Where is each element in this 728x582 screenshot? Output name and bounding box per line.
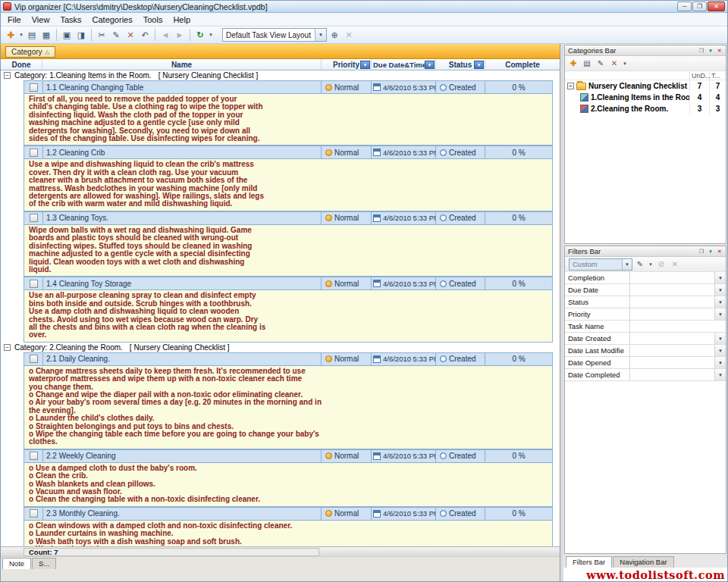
chevron-down-icon[interactable]: ▼ [714,296,726,308]
back-button[interactable]: ◄ [158,28,172,42]
categories-more-dropdown-icon[interactable]: ▼ [622,61,628,66]
print-preview-button[interactable]: ◨ [74,28,88,42]
task-row[interactable]: 1.2 Cleaning Crib Normal 4/6/2010 5:33 P… [24,146,553,159]
tree-row-category[interactable]: 2.Cleaning the Room. 3 3 [565,103,726,114]
chevron-down-icon[interactable]: ▼ [714,333,726,344]
task-name[interactable]: 1.4 Cleaning Toy Storage [43,277,322,289]
new-task-dropdown-icon[interactable]: ▼ [18,33,24,37]
status-filter-button[interactable]: ▼ [474,61,484,69]
filter-value[interactable] [630,296,714,308]
delete-filter-button[interactable]: ✕ [669,258,681,271]
filter-value[interactable] [630,284,714,296]
delete-category-button[interactable]: ✕ [608,58,620,70]
cut-button[interactable]: ✂ [95,28,108,42]
delete-task-button[interactable]: ✕ [124,28,137,42]
done-checkbox[interactable] [30,509,38,518]
menu-categories[interactable]: Categories [87,14,138,25]
close-button[interactable]: ✕ [708,2,725,11]
tree-row-checklist[interactable]: − Nursery Cleaning Checklist 7 7 [565,80,726,92]
done-checkbox[interactable] [30,149,38,157]
group-by-category-tab[interactable]: Category △ [5,46,55,58]
done-checkbox[interactable] [30,280,38,288]
task-name[interactable]: 2.1 Daily Cleaning. [43,353,322,365]
panel-close-icon[interactable]: ✕ [715,46,724,55]
task-row[interactable]: 1.4 Cleaning Toy Storage Normal 4/6/2010… [24,277,553,290]
due-filter-button[interactable]: ▼ [425,61,435,69]
collapse-tree-icon[interactable]: − [567,83,574,89]
view-panels-button[interactable]: ▦ [39,28,53,42]
column-header-status[interactable]: Status▼ [436,59,485,70]
task-row[interactable]: 2.3 Monthly Cleaning. Normal 4/6/2010 5:… [24,507,553,521]
task-name[interactable]: 1.3 Cleaning Toys. [43,212,322,224]
tab-s[interactable]: S... [32,558,56,569]
clear-view-button[interactable]: ✕ [342,28,356,42]
task-list-button[interactable]: ▤ [25,28,39,42]
sync-dropdown-icon[interactable]: ▼ [208,33,214,37]
chevron-down-icon[interactable]: ▼ [714,308,726,320]
undo-button[interactable]: ↶ [138,28,152,42]
chevron-down-icon[interactable]: ▼ [714,369,726,380]
collapse-group-icon[interactable]: − [4,344,11,351]
maximize-button[interactable]: ❐ [692,2,707,11]
menu-tools[interactable]: Tools [138,14,168,25]
task-name[interactable]: 2.2 Weekly Cleaning [43,450,322,462]
chevron-down-icon[interactable]: ▼ [714,272,726,283]
filter-value[interactable] [630,321,726,332]
filter-value[interactable] [630,308,714,320]
zoom-button[interactable]: ⊕ [328,28,341,42]
panel-pin-icon[interactable]: ▾ [706,247,715,255]
tab-navigation-bar[interactable]: Navigation Bar [613,556,673,568]
done-checkbox[interactable] [30,83,38,92]
filter-value[interactable] [630,333,714,344]
layout-combo[interactable]: Default Task View Layout ▼ [222,28,327,42]
edit-category-button[interactable]: ✎ [595,58,607,70]
chevron-down-icon[interactable]: ▼ [315,29,326,41]
chevron-down-icon[interactable]: ▼ [714,357,726,368]
column-header-priority[interactable]: Priority▼ [322,59,372,70]
filter-value[interactable] [630,369,714,380]
filter-value[interactable] [630,345,714,356]
task-name[interactable]: 1.1 Cleaning Changing Table [43,81,322,93]
column-header-name[interactable]: Name [42,59,322,70]
filter-value[interactable] [630,357,714,368]
filter-value[interactable] [630,272,714,283]
column-header-undone[interactable]: UnD... [689,72,709,80]
column-header-total[interactable]: T... [709,72,726,80]
minimize-button[interactable]: ─ [677,2,692,11]
task-name[interactable]: 2.3 Monthly Cleaning. [43,508,322,520]
panel-menu-icon[interactable]: ❐ [697,46,706,55]
filter-more-dropdown-icon[interactable]: ▼ [648,262,654,267]
print-button[interactable]: ▣ [60,28,74,42]
menu-help[interactable]: Help [168,14,196,25]
chevron-down-icon[interactable]: ▼ [714,284,726,296]
chevron-down-icon[interactable]: ▼ [622,259,632,270]
menu-file[interactable]: File [2,14,27,25]
edit-filter-button[interactable]: ✎ [634,258,646,271]
chevron-down-icon[interactable]: ▼ [714,345,726,356]
task-name[interactable]: 1.2 Cleaning Crib [43,146,322,158]
done-checkbox[interactable] [30,452,38,460]
new-category-button[interactable]: ▤ [581,58,593,70]
column-header-due[interactable]: Due Date&Time▼ [372,59,436,70]
task-row[interactable]: 2.1 Daily Cleaning. Normal 4/6/2010 5:33… [24,352,553,366]
edit-task-button[interactable]: ✎ [109,28,123,42]
done-checkbox[interactable] [30,214,38,222]
task-row[interactable]: 1.1 Cleaning Changing Table Normal 4/6/2… [24,80,553,94]
menu-view[interactable]: View [27,14,55,25]
new-checklist-button[interactable]: ✚ [567,58,579,70]
menu-tasks[interactable]: Tasks [55,14,86,25]
filter-preset-combo[interactable]: Custom ▼ [569,258,632,271]
panel-menu-icon[interactable]: ❐ [697,247,706,255]
tab-note[interactable]: Note [2,558,31,569]
panel-pin-icon[interactable]: ▾ [706,46,715,55]
priority-filter-button[interactable]: ▼ [360,61,370,69]
column-header-done[interactable]: Done [1,59,42,70]
task-row[interactable]: 2.2 Weekly Cleaning Normal 4/6/2010 5:33… [24,449,553,463]
tree-row-category[interactable]: 1.Cleaning Items in the Roor 4 4 [565,92,726,103]
panel-close-icon[interactable]: ✕ [715,247,724,255]
sync-button[interactable]: ↻ [193,28,207,42]
tab-filters-bar[interactable]: Filters Bar [566,556,612,568]
new-task-button[interactable]: ✚ [4,28,17,42]
forward-button[interactable]: ► [173,28,187,42]
column-header-complete[interactable]: Complete [485,59,560,70]
